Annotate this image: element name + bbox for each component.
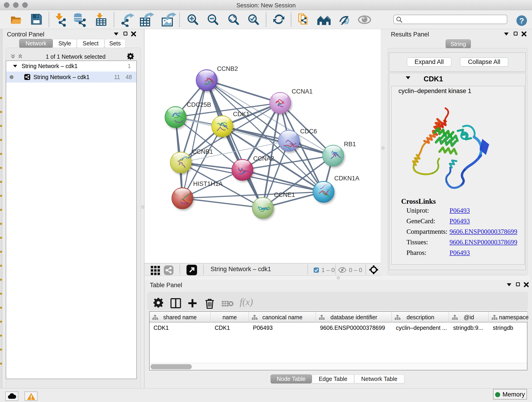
svg-text:CCNA1: CCNA1 — [292, 88, 313, 95]
svg-text:CDKN1A: CDKN1A — [334, 175, 360, 182]
svg-text:CDC25B: CDC25B — [187, 101, 211, 108]
svg-text:CCNB1: CCNB1 — [192, 148, 213, 155]
svg-text:CCNA2: CCNA2 — [253, 155, 274, 162]
svg-text:CDK1: CDK1 — [233, 111, 249, 118]
svg-text:CCNE1: CCNE1 — [274, 191, 295, 198]
svg-text:RB1: RB1 — [344, 141, 356, 148]
svg-text:CCNB2: CCNB2 — [217, 65, 238, 72]
svg-text:HIST1H1A: HIST1H1A — [193, 180, 223, 187]
svg-text:CDC6: CDC6 — [300, 128, 317, 135]
